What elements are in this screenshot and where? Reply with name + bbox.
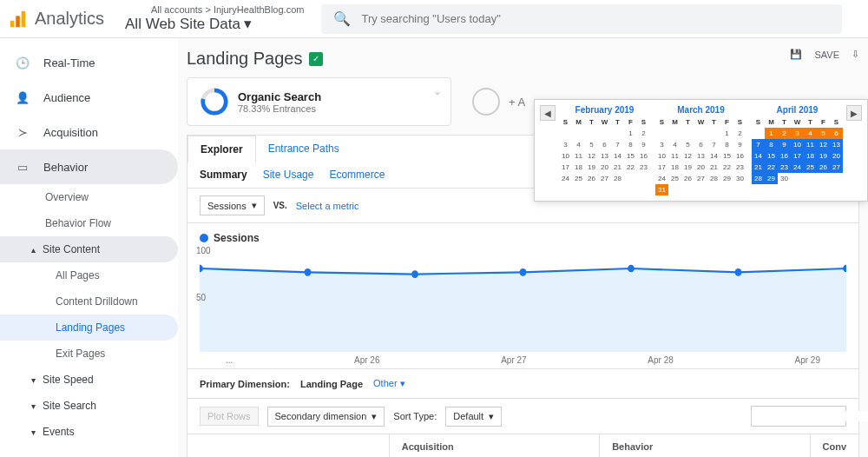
caret-up-icon: ▴	[31, 245, 36, 255]
subtab-summary[interactable]: Summary	[200, 169, 247, 181]
sort-type-selector[interactable]: Default▾	[445, 407, 502, 427]
segment-card[interactable]: Organic Search 78.33% Entrances ⌄	[187, 77, 451, 126]
chevron-down-icon: ▾	[372, 411, 377, 422]
svg-point-8	[520, 268, 527, 276]
subnav-site-speed[interactable]: ▾Site Speed	[0, 367, 178, 393]
select-metric-link[interactable]: Select a metric	[296, 201, 359, 211]
subnav-overview[interactable]: Overview	[0, 184, 178, 210]
add-circle-icon	[472, 88, 500, 116]
search-icon: 🔍	[333, 10, 351, 27]
save-button[interactable]: SAVE	[814, 50, 839, 60]
metric-selector[interactable]: Sessions▾	[200, 195, 265, 215]
svg-point-6	[305, 268, 312, 276]
datepicker-next[interactable]: ▶	[846, 105, 862, 121]
caret-down-icon: ▾	[31, 375, 36, 385]
subnav-behavior-flow[interactable]: Behavior Flow	[0, 210, 178, 236]
add-segment-label: + A	[509, 96, 525, 109]
analytics-logo-icon	[9, 10, 28, 29]
nav-audience[interactable]: 👤Audience	[0, 80, 178, 115]
caret-down-icon: ▾	[31, 401, 36, 411]
tab-entrance-paths[interactable]: Entrance Paths	[256, 136, 352, 162]
subnav-events[interactable]: ▾Events	[0, 419, 178, 445]
logo: Analytics	[9, 9, 104, 29]
subnav-site-content[interactable]: ▴Site Content	[0, 236, 178, 262]
subnav-site-search[interactable]: ▾Site Search	[0, 393, 178, 419]
chart-x-axis: ...Apr 26Apr 27Apr 28Apr 29	[200, 352, 846, 365]
donut-icon	[200, 87, 229, 116]
clock-icon: 🕒	[14, 54, 31, 71]
chevron-down-icon: ⌄	[433, 85, 442, 97]
search-box[interactable]: 🔍	[321, 4, 842, 34]
table-search-input[interactable]	[752, 411, 868, 421]
svg-point-7	[411, 270, 418, 278]
sidebar: 🕒Real-Time 👤Audience ≻Acquisition ▭Behav…	[0, 38, 178, 457]
subtab-ecommerce[interactable]: Ecommerce	[329, 169, 385, 181]
secondary-dimension-selector[interactable]: Secondary dimension▾	[267, 407, 385, 427]
view-selector[interactable]: All Web Site Data▾	[125, 15, 304, 33]
subtab-site-usage[interactable]: Site Usage	[263, 169, 314, 181]
svg-rect-0	[10, 20, 15, 26]
grid-icon: ▭	[14, 158, 31, 176]
dimension-other[interactable]: Other ▾	[373, 378, 405, 389]
segment-subtitle: 78.33% Entrances	[238, 103, 321, 114]
sort-type-label: Sort Type:	[393, 411, 437, 421]
nav-realtime[interactable]: 🕒Real-Time	[0, 45, 178, 80]
person-icon: 👤	[14, 89, 31, 106]
nav-behavior[interactable]: ▭Behavior	[0, 149, 178, 184]
share-icon: ≻	[14, 123, 31, 141]
save-icon[interactable]: 💾	[790, 49, 802, 60]
nav-acquisition[interactable]: ≻Acquisition	[0, 115, 178, 149]
table-header: Acquisition Behavior Conv	[187, 434, 859, 457]
date-range-picker[interactable]: ◀ February 2019SMTWTFS123456789101112131…	[534, 99, 868, 202]
primary-dimension-label: Primary Dimension:	[200, 379, 290, 389]
chevron-down-icon: ▾	[489, 411, 494, 422]
chart-legend: Sessions	[214, 232, 260, 244]
chevron-down-icon: ▾	[252, 200, 257, 211]
svg-point-9	[628, 265, 635, 273]
export-icon[interactable]: ⇩	[852, 49, 859, 60]
subnav-content-drilldown[interactable]: Content Drilldown	[0, 288, 178, 315]
subnav-all-pages[interactable]: All Pages	[0, 262, 178, 288]
page-title: Landing Pages	[187, 49, 302, 69]
tab-explorer[interactable]: Explorer	[187, 136, 256, 162]
verified-shield-icon: ✓	[309, 52, 323, 66]
chevron-down-icon: ▾	[244, 15, 252, 33]
brand-name: Analytics	[35, 9, 104, 29]
table-search[interactable]: 🔍	[751, 406, 846, 427]
legend-dot-icon	[200, 234, 208, 242]
caret-down-icon: ▾	[31, 427, 36, 437]
primary-dimension-value: Landing Page	[300, 379, 363, 389]
search-input[interactable]	[361, 12, 830, 25]
svg-point-10	[735, 268, 742, 276]
subnav-landing-pages[interactable]: Landing Pages	[0, 315, 178, 341]
vs-label: VS.	[273, 201, 287, 210]
plot-rows-button: Plot Rows	[200, 407, 259, 426]
subnav-exit-pages[interactable]: Exit Pages	[0, 341, 178, 367]
svg-rect-1	[16, 16, 20, 27]
svg-rect-2	[22, 10, 26, 26]
datepicker-prev[interactable]: ◀	[540, 105, 556, 121]
segment-name: Organic Search	[238, 90, 321, 103]
line-chart: 100 50	[200, 248, 846, 352]
account-breadcrumb[interactable]: All accounts > InjuryHealthBlog.com	[151, 4, 304, 15]
